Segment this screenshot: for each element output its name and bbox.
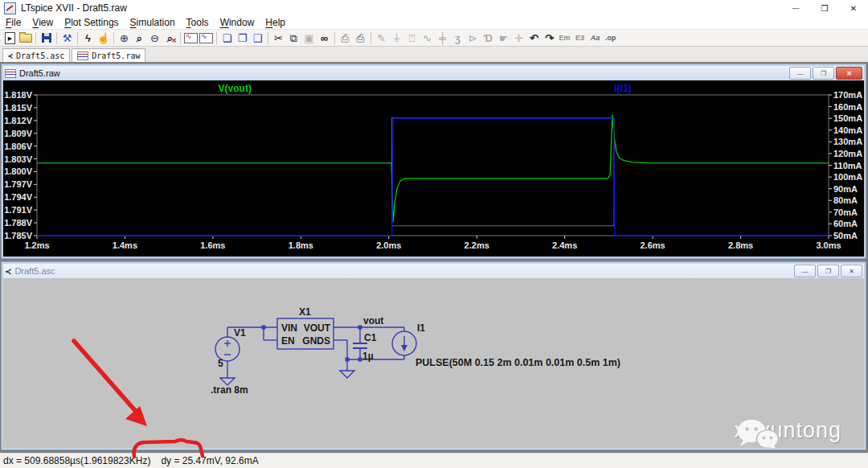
mdi-workspace: Draft5.raw — ❐ ✕ 1.818V1.815V1.812V1.809…: [0, 62, 868, 454]
y-left-tick-label: 1.794V: [4, 192, 33, 202]
minimize-button[interactable]: —: [781, 0, 810, 16]
schematic-label: C1: [364, 332, 377, 343]
menu-view[interactable]: View: [27, 17, 59, 28]
toolbar-move-icon: ✛: [511, 31, 526, 45]
toolbar: ▶⚒ϟ☝⊕⌕⊖⌕✕∿∿❏❐❑✂⧉▣∞⎙⎙✎⏚⍞∿╪ʒ⊳Ɗ☛✛↶↷EmE3Aa.o…: [0, 29, 868, 47]
schematic-tab-icon: ≺: [8, 51, 13, 60]
pin-label-en: EN: [281, 335, 295, 347]
window-controls: —❐✕: [781, 0, 868, 16]
plot-close-button[interactable]: ✕: [836, 67, 862, 80]
legend-I(I1)[interactable]: I(I1): [614, 83, 631, 94]
menu-window[interactable]: Window: [215, 17, 260, 28]
status-bar: dx = 509.68858µs(1.9619823KHz) dy = 25.4…: [0, 453, 868, 468]
tab-draft5-asc[interactable]: ≺Draft5.asc: [2, 48, 70, 62]
wechat-icon: [734, 418, 784, 448]
schematic-label: .tran 8m: [211, 384, 248, 396]
toolbar-open-folder-icon[interactable]: [18, 31, 33, 45]
maximize-button[interactable]: ❐: [810, 0, 839, 16]
schematic-close-button[interactable]: ✕: [841, 265, 862, 277]
y-left-tick-label: 1.785V: [4, 231, 33, 240]
toolbar-zoom-in-icon[interactable]: ⊕: [117, 31, 132, 45]
toolbar-activate-window-icon[interactable]: ❑: [250, 31, 265, 45]
schematic-canvas[interactable]: VINVOUTENGNDSX1V15.tran 8mvoutC11µI1PULS…: [3, 278, 864, 448]
status-dy-readout: dy = 25.47mV, 92.6mA: [161, 455, 258, 466]
toolbar-spice-directive-icon: .op: [603, 31, 618, 45]
toolbar-zoom-out-icon[interactable]: ⊖: [147, 31, 162, 45]
menu-file[interactable]: File: [0, 17, 27, 28]
y-left-tick-label: 1.809V: [4, 129, 33, 138]
y-right-tick-label: 170mA: [833, 90, 862, 100]
junction-dot: [262, 326, 266, 330]
plot-restore-button[interactable]: ❐: [813, 67, 834, 80]
menu-help[interactable]: Help: [260, 17, 291, 28]
pin-label-vin: VIN: [281, 322, 297, 334]
toolbar-autorange-y-icon[interactable]: ∿: [183, 31, 199, 45]
toolbar-print-preview-icon[interactable]: ⎙: [338, 31, 353, 45]
y-right-tick-label: 50mA: [833, 231, 858, 240]
x-tick-label: 3.0ms: [816, 240, 841, 250]
waveform-window: Draft5.raw — ❐ ✕ 1.818V1.815V1.812V1.809…: [1, 64, 866, 259]
toolbar-new-file-icon[interactable]: ▶: [2, 31, 18, 45]
y-left-tick-label: 1.791V: [4, 205, 33, 215]
schematic-label: PULSE(50M 0.15 2m 0.01m 0.01m 0.5m 1m): [416, 357, 620, 368]
junction-dot: [346, 358, 350, 362]
waveform-chart[interactable]: 1.818V1.815V1.812V1.809V1.806V1.803V1.80…: [3, 80, 864, 257]
toolbar-place-resistor-icon: ∿: [420, 31, 435, 45]
document-tab-bar: ≺Draft5.ascDraft5.raw: [0, 47, 868, 63]
toolbar-cut-icon[interactable]: ✂: [271, 31, 286, 45]
x-tick-label: 1.8ms: [289, 240, 313, 250]
y-left-tick-label: 1.788V: [4, 218, 33, 228]
menu-plot-settings[interactable]: Plot Settings: [59, 17, 124, 28]
y-right-tick-label: 90mA: [833, 184, 858, 194]
toolbar-plot-settings-icon[interactable]: ∿: [199, 31, 214, 45]
toolbar-halt-icon: ☝: [96, 31, 111, 45]
y-right-tick-label: 70mA: [833, 207, 858, 217]
y-left-tick-label: 1.803V: [4, 154, 33, 164]
menu-tools[interactable]: Tools: [181, 17, 215, 28]
toolbar-redo-icon[interactable]: ↷: [542, 31, 557, 45]
waveform-window-title: Draft5.raw: [19, 68, 60, 78]
menu-bar: FileViewPlot SettingsSimulationToolsWind…: [0, 16, 868, 29]
x-tick-label: 2.0ms: [376, 240, 401, 250]
y-right-tick-label: 120mA: [833, 149, 862, 158]
close-button[interactable]: ✕: [839, 0, 868, 16]
y-left-tick-label: 1.818V: [4, 90, 33, 100]
y-right-tick-label: 100mA: [833, 172, 862, 182]
schematic-label: X1: [299, 306, 311, 318]
schematic-window-title-bar[interactable]: ≺ Draft5.asc — ❐ ✕: [3, 264, 864, 278]
ltspice-app-window: LTspice XVII - Draft5.raw —❐✕ FileViewPl…: [0, 0, 868, 468]
toolbar-find-icon[interactable]: ∞: [317, 31, 332, 45]
y-right-tick-label: 130mA: [833, 137, 862, 146]
toolbar-copy-icon[interactable]: ⧉: [286, 31, 301, 45]
toolbar-control-panel-icon[interactable]: ⚒: [59, 31, 75, 45]
schematic-label: vout: [363, 315, 383, 326]
legend-V(vout)[interactable]: V(vout): [219, 83, 252, 94]
schematic-label: I1: [417, 322, 425, 334]
tab-draft5-raw[interactable]: Draft5.raw: [72, 48, 145, 62]
toolbar-zoom-extents-icon[interactable]: ⌕: [132, 31, 147, 45]
waveform-plot-pane[interactable]: 1.818V1.815V1.812V1.809V1.806V1.803V1.80…: [3, 80, 864, 257]
toolbar-run-icon[interactable]: ϟ: [80, 31, 96, 45]
toolbar-tile-windows-icon[interactable]: ❏: [219, 31, 235, 45]
watermark: xuyuntong: [734, 418, 841, 443]
schematic-minimize-button[interactable]: —: [794, 265, 816, 277]
waveform-window-title-bar[interactable]: Draft5.raw — ❐ ✕: [3, 66, 864, 80]
menu-simulation[interactable]: Simulation: [125, 17, 181, 28]
toolbar-save-icon[interactable]: [39, 31, 54, 45]
y-left-tick-label: 1.800V: [4, 166, 33, 176]
toolbar-undo-icon[interactable]: ↶: [526, 31, 542, 45]
toolbar-zoom-undo-icon[interactable]: ⌕✕: [162, 31, 178, 45]
toolbar-draw-wire-icon: ✎: [374, 31, 389, 45]
x-tick-label: 2.8ms: [728, 240, 753, 250]
y-right-tick-label: 60mA: [833, 219, 858, 228]
schematic-label: V1: [234, 327, 246, 339]
schematic-restore-button[interactable]: ❐: [817, 265, 839, 277]
y-right-tick-label: 150mA: [833, 113, 862, 123]
x-tick-label: 2.2ms: [465, 240, 489, 250]
toolbar-print-icon[interactable]: ⎙: [353, 31, 368, 45]
pin-label-vout: VOUT: [304, 322, 331, 334]
toolbar-rotate-icon: E3: [572, 31, 588, 45]
junction-dot: [358, 358, 362, 362]
plot-minimize-button[interactable]: —: [789, 67, 811, 80]
toolbar-cascade-windows-icon[interactable]: ❐: [235, 31, 250, 45]
